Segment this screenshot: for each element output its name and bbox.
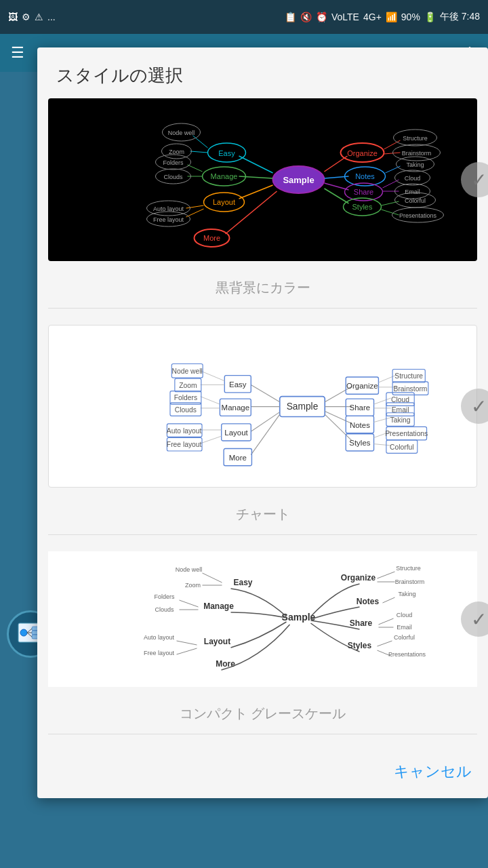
svg-text:Cloud: Cloud bbox=[396, 612, 413, 618]
svg-text:More: More bbox=[216, 659, 235, 669]
svg-text:Layout: Layout bbox=[213, 198, 235, 206]
divider-1 bbox=[48, 308, 477, 309]
svg-text:Clouds: Clouds bbox=[163, 174, 183, 180]
svg-text:Taking: Taking bbox=[398, 591, 415, 597]
svg-text:Easy: Easy bbox=[233, 578, 252, 587]
svg-text:Folders: Folders bbox=[154, 593, 175, 600]
svg-line-71 bbox=[382, 210, 399, 215]
svg-line-157 bbox=[378, 572, 395, 578]
svg-text:Manage: Manage bbox=[203, 601, 234, 611]
image-icon: 🖼 bbox=[8, 12, 18, 22]
svg-line-170 bbox=[378, 641, 392, 646]
svg-line-88 bbox=[201, 397, 220, 404]
svg-text:Colorful: Colorful bbox=[390, 443, 414, 451]
svg-text:Clouds: Clouds bbox=[175, 406, 197, 414]
svg-text:Notes: Notes bbox=[357, 597, 380, 606]
svg-text:Easy: Easy bbox=[229, 380, 247, 389]
svg-line-141 bbox=[203, 573, 222, 583]
svg-text:Structure: Structure bbox=[403, 135, 428, 142]
svg-text:Folders: Folders bbox=[174, 394, 197, 401]
svg-text:Brainstorm: Brainstorm bbox=[395, 578, 425, 585]
svg-text:Cloud: Cloud bbox=[391, 396, 409, 403]
svg-text:Zoom: Zoom bbox=[185, 582, 201, 589]
svg-text:Taking: Taking bbox=[406, 161, 424, 168]
notification-icon: 📋 bbox=[285, 12, 296, 22]
svg-line-146 bbox=[180, 600, 199, 607]
svg-text:Sample: Sample bbox=[282, 612, 316, 623]
dialog-title: スタイルの選択 bbox=[37, 47, 488, 98]
svg-text:Auto layout: Auto layout bbox=[153, 205, 184, 212]
svg-text:Zoom: Zoom bbox=[179, 382, 197, 389]
style-section-compact: Sample Easy Node well Zoom Manage Folder… bbox=[37, 551, 488, 751]
svg-line-94 bbox=[251, 412, 279, 432]
svg-line-14 bbox=[193, 136, 208, 148]
svg-text:Clouds: Clouds bbox=[155, 606, 174, 613]
svg-text:Auto layout: Auto layout bbox=[167, 427, 202, 435]
svg-text:Sample: Sample bbox=[283, 175, 314, 185]
svg-line-29 bbox=[239, 185, 273, 199]
svg-text:Node well: Node well bbox=[176, 566, 203, 573]
status-right: 📋 🔇 ⏰ VoLTE 4G+ 📶 90% 🔋 午後 7:48 bbox=[285, 11, 480, 23]
chart-style-wrapper: Sample Easy Node well Zoom Manage bbox=[48, 325, 477, 488]
svg-text:Layout: Layout bbox=[204, 637, 230, 646]
svg-text:Structure: Structure bbox=[396, 565, 421, 572]
svg-text:Free layout: Free layout bbox=[153, 216, 184, 223]
svg-line-130 bbox=[325, 414, 352, 441]
svg-point-2 bbox=[20, 629, 27, 636]
svg-text:Colorful: Colorful bbox=[394, 634, 415, 641]
alert-icon: ⚠ bbox=[35, 12, 43, 22]
svg-text:Organize: Organize bbox=[341, 573, 376, 583]
cancel-button[interactable]: キャンセル bbox=[37, 751, 488, 798]
hamburger-menu-button[interactable]: ☰ bbox=[11, 44, 24, 62]
compact-mindmap-preview[interactable]: Sample Easy Node well Zoom Manage Folder… bbox=[48, 551, 477, 687]
svg-text:Node well: Node well bbox=[168, 130, 195, 136]
svg-line-118 bbox=[374, 398, 391, 404]
dark-mindmap-preview[interactable]: Sample Easy Node well Zoom Manage bbox=[48, 98, 477, 261]
dark-style-wrapper: Sample Easy Node well Zoom Manage bbox=[48, 98, 477, 261]
svg-text:Sample: Sample bbox=[287, 401, 319, 412]
divider-3 bbox=[48, 734, 477, 734]
status-bar: 🖼 ⚙ ⚠ ... 📋 🔇 ⏰ VoLTE 4G+ 📶 90% 🔋 午後 7:4… bbox=[0, 0, 488, 34]
compact-style-label: コンパクト グレースケール bbox=[48, 694, 477, 728]
svg-text:Free layout: Free layout bbox=[167, 441, 202, 448]
status-left-icons: 🖼 ⚙ ⚠ ... bbox=[8, 12, 56, 22]
chart-style-label: チャート bbox=[48, 494, 477, 529]
svg-line-56 bbox=[325, 183, 349, 190]
svg-line-162 bbox=[383, 597, 395, 603]
style-selection-dialog: スタイルの選択 Sample Easy Node well Zoo bbox=[37, 47, 488, 798]
svg-line-47 bbox=[384, 153, 401, 154]
svg-line-23 bbox=[188, 165, 203, 172]
svg-text:Zoom: Zoom bbox=[169, 149, 184, 155]
svg-text:Cloud: Cloud bbox=[405, 175, 421, 182]
svg-text:Brainstorm: Brainstorm bbox=[394, 385, 428, 393]
svg-text:Organize: Organize bbox=[346, 382, 378, 390]
svg-text:Free layout: Free layout bbox=[144, 650, 175, 656]
svg-text:Easy: Easy bbox=[218, 149, 235, 157]
svg-text:Presentations: Presentations bbox=[388, 651, 426, 658]
dots-icon: ... bbox=[47, 12, 56, 22]
style-section-chart: Sample Easy Node well Zoom Manage bbox=[37, 325, 488, 551]
svg-line-153 bbox=[177, 648, 197, 654]
sync-icon: ⚙ bbox=[22, 12, 30, 22]
dark-style-label: 黒背景にカラー bbox=[48, 268, 477, 302]
svg-text:Styles: Styles bbox=[348, 641, 372, 650]
svg-text:Auto layout: Auto layout bbox=[144, 634, 175, 641]
svg-text:Manage: Manage bbox=[211, 172, 238, 180]
battery-percent: 90% bbox=[401, 12, 420, 22]
svg-text:Layout: Layout bbox=[224, 429, 248, 437]
chart-mindmap-preview[interactable]: Sample Easy Node well Zoom Manage bbox=[48, 325, 477, 488]
compact-style-wrapper: Sample Easy Node well Zoom Manage Folder… bbox=[48, 551, 477, 687]
svg-line-17 bbox=[190, 151, 208, 153]
style-section-dark: Sample Easy Node well Zoom Manage bbox=[37, 98, 488, 325]
svg-text:More: More bbox=[229, 454, 247, 462]
signal-bars: 📶 bbox=[386, 12, 397, 22]
mute-icon: 🔇 bbox=[300, 12, 312, 22]
svg-text:Structure: Structure bbox=[394, 372, 423, 380]
battery-icon: 🔋 bbox=[424, 12, 436, 22]
divider-2 bbox=[48, 534, 477, 535]
svg-text:Share: Share bbox=[350, 403, 371, 412]
svg-line-127 bbox=[374, 418, 391, 422]
svg-text:Folders: Folders bbox=[163, 159, 184, 166]
svg-text:Share: Share bbox=[354, 188, 373, 196]
svg-text:Manage: Manage bbox=[222, 403, 249, 412]
